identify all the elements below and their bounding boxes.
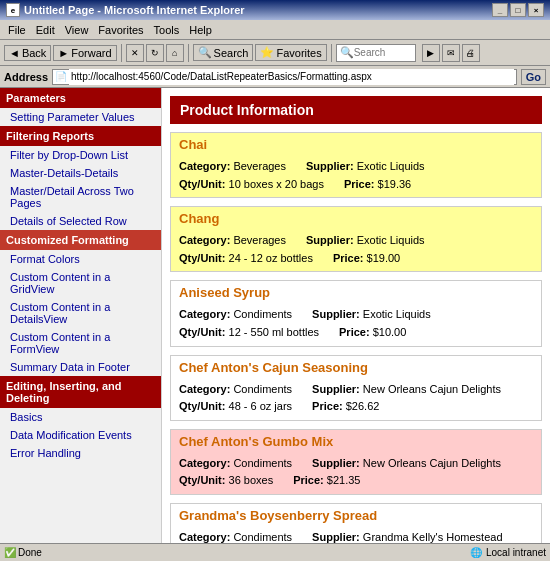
product-card-1: Chai Category: Beverages Supplier: Exoti… — [170, 132, 542, 198]
sidebar-editing-header: Editing, Inserting, and Deleting — [0, 376, 161, 408]
price-label: Price: — [344, 178, 375, 190]
product-details-1: Category: Beverages Supplier: Exotic Liq… — [171, 156, 541, 197]
window-title: Untitled Page - Microsoft Internet Explo… — [24, 4, 245, 16]
sidebar-filtering-header: Filtering Reports — [0, 126, 161, 146]
menu-favorites[interactable]: Favorites — [94, 23, 147, 37]
internet-zone-icon: 🌐 — [470, 547, 482, 558]
mail-icon[interactable]: ✉ — [442, 44, 460, 62]
price-label: Price: — [333, 252, 364, 264]
product-card-2: Chang Category: Beverages Supplier: Exot… — [170, 206, 542, 272]
address-label: Address — [4, 71, 48, 83]
refresh-button[interactable]: ↻ — [146, 44, 164, 62]
category-label: Category: — [179, 531, 230, 543]
category-label: Category: — [179, 308, 230, 320]
product-name-6: Grandma's Boysenberry Spread — [171, 504, 541, 527]
address-field-container: 📄 — [52, 69, 517, 85]
separator-2 — [188, 44, 189, 62]
close-button[interactable]: × — [528, 3, 544, 17]
product-name-2: Chang — [171, 207, 541, 230]
status-left: ✅ Done — [4, 547, 42, 558]
toolbar-icons: ▶ ✉ 🖨 — [422, 44, 480, 62]
product-name-3: Aniseed Syrup — [171, 281, 541, 304]
sidebar-item-setting-param-values[interactable]: Setting Parameter Values — [0, 108, 161, 126]
separator-3 — [331, 44, 332, 62]
menu-tools[interactable]: Tools — [150, 23, 184, 37]
menu-file[interactable]: File — [4, 23, 30, 37]
category-label: Category: — [179, 383, 230, 395]
product-name-1: Chai — [171, 133, 541, 156]
supplier-label: Supplier: — [312, 531, 360, 543]
sidebar-item-master-details-details[interactable]: Master-Details-Details — [0, 164, 161, 182]
home-button[interactable]: ⌂ — [166, 44, 184, 62]
supplier-label: Supplier: — [306, 234, 354, 246]
qty-label: Qty/Unit: — [179, 400, 225, 412]
status-right: 🌐 Local intranet — [470, 547, 546, 558]
search-button[interactable]: 🔍 Search — [193, 44, 254, 61]
forward-button[interactable]: ► Forward — [53, 45, 116, 61]
window-controls[interactable]: _ □ × — [492, 3, 544, 17]
sidebar-item-custom-content-formview[interactable]: Custom Content in a FormView — [0, 328, 161, 358]
sidebar-item-error-handling[interactable]: Error Handling — [0, 444, 161, 462]
title-bar-left: e Untitled Page - Microsoft Internet Exp… — [6, 3, 245, 17]
content-area: Product Information Chai Category: Bever… — [162, 88, 550, 561]
sidebar-item-master-detail-across[interactable]: Master/Detail Across Two Pages — [0, 182, 161, 212]
supplier-label: Supplier: — [312, 383, 360, 395]
sidebar-item-filter-dropdown[interactable]: Filter by Drop-Down List — [0, 146, 161, 164]
product-details-4: Category: Condiments Supplier: New Orlea… — [171, 379, 541, 420]
price-label: Price: — [339, 326, 370, 338]
product-details-5: Category: Condiments Supplier: New Orlea… — [171, 453, 541, 494]
sidebar-item-format-colors[interactable]: Format Colors — [0, 250, 161, 268]
sidebar-item-basics[interactable]: Basics — [0, 408, 161, 426]
address-input[interactable] — [69, 69, 514, 85]
sidebar-item-custom-content-gridview[interactable]: Custom Content in a GridView — [0, 268, 161, 298]
menu-view[interactable]: View — [61, 23, 93, 37]
page-title: Product Information — [170, 96, 542, 124]
supplier-label: Supplier: — [306, 160, 354, 172]
price-label: Price: — [293, 474, 324, 486]
qty-label: Qty/Unit: — [179, 474, 225, 486]
back-button[interactable]: ◄ Back — [4, 45, 51, 61]
minimize-button[interactable]: _ — [492, 3, 508, 17]
category-label: Category: — [179, 160, 230, 172]
product-details-3: Category: Condiments Supplier: Exotic Li… — [171, 304, 541, 345]
separator-1 — [121, 44, 122, 62]
sidebar-item-data-modification-events[interactable]: Data Modification Events — [0, 426, 161, 444]
print-icon[interactable]: 🖨 — [462, 44, 480, 62]
favorites-button[interactable]: ⭐ Favorites — [255, 44, 326, 61]
address-bar: Address 📄 Go — [0, 66, 550, 88]
supplier-label: Supplier: — [312, 457, 360, 469]
products-container: Chai Category: Beverages Supplier: Exoti… — [170, 132, 542, 561]
sidebar-params-header: Parameters — [0, 88, 161, 108]
product-name-4: Chef Anton's Cajun Seasoning — [171, 356, 541, 379]
go-button[interactable]: Go — [521, 69, 546, 85]
product-card-4: Chef Anton's Cajun Seasoning Category: C… — [170, 355, 542, 421]
product-details-2: Category: Beverages Supplier: Exotic Liq… — [171, 230, 541, 271]
product-card-5: Chef Anton's Gumbo Mix Category: Condime… — [170, 429, 542, 495]
sidebar-item-summary-data-footer[interactable]: Summary Data in Footer — [0, 358, 161, 376]
category-label: Category: — [179, 457, 230, 469]
product-name-5: Chef Anton's Gumbo Mix — [171, 430, 541, 453]
page-status-icon: ✅ — [4, 547, 16, 558]
supplier-label: Supplier: — [312, 308, 360, 320]
stop-button[interactable]: ✕ — [126, 44, 144, 62]
main-area: Parameters Setting Parameter Values Filt… — [0, 88, 550, 561]
toolbar: ◄ Back ► Forward ✕ ↻ ⌂ 🔍 Search ⭐ Favori… — [0, 40, 550, 66]
media-icon[interactable]: ▶ — [422, 44, 440, 62]
menu-edit[interactable]: Edit — [32, 23, 59, 37]
search-icon: 🔍 — [340, 46, 354, 59]
product-card-3: Aniseed Syrup Category: Condiments Suppl… — [170, 280, 542, 346]
internet-zone-label: Local intranet — [486, 547, 546, 558]
sidebar-item-custom-content-detailsview[interactable]: Custom Content in a DetailsView — [0, 298, 161, 328]
sidebar-item-details-selected-row[interactable]: Details of Selected Row — [0, 212, 161, 230]
page-status-text: Done — [18, 547, 42, 558]
menu-help[interactable]: Help — [185, 23, 216, 37]
maximize-button[interactable]: □ — [510, 3, 526, 17]
price-label: Price: — [312, 400, 343, 412]
search-input[interactable] — [354, 47, 414, 58]
qty-label: Qty/Unit: — [179, 326, 225, 338]
ie-icon: e — [6, 3, 20, 17]
title-bar: e Untitled Page - Microsoft Internet Exp… — [0, 0, 550, 20]
sidebar: Parameters Setting Parameter Values Filt… — [0, 88, 162, 561]
status-bar: ✅ Done 🌐 Local intranet — [0, 543, 550, 561]
search-box: 🔍 — [336, 44, 416, 62]
